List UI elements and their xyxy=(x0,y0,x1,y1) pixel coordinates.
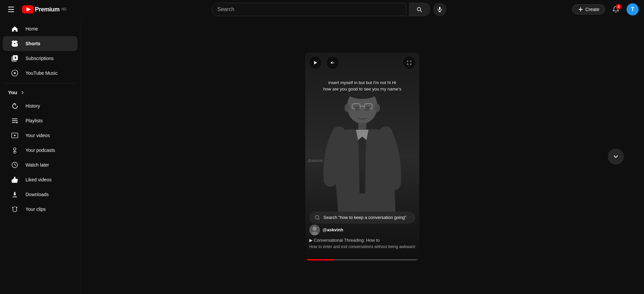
svg-rect-2 xyxy=(439,7,441,10)
sidebar-your-videos-label: Your videos xyxy=(25,133,50,138)
sidebar-item-downloads[interactable]: Downloads xyxy=(3,187,77,202)
avatar-letter: T xyxy=(631,6,634,12)
sidebar-item-playlists[interactable]: Playlists xyxy=(3,113,77,128)
create-button[interactable]: Create xyxy=(572,4,605,14)
sidebar-divider-1 xyxy=(5,83,75,83)
shorts-icon xyxy=(11,40,19,48)
svg-point-9 xyxy=(14,73,15,73)
sidebar-item-home[interactable]: Home xyxy=(3,21,77,36)
svg-point-40 xyxy=(313,227,317,231)
video-controls xyxy=(309,57,339,69)
sidebar-shorts-label: Shorts xyxy=(25,41,40,46)
playlists-icon xyxy=(11,117,19,125)
svg-marker-15 xyxy=(14,134,16,136)
channel-name: @askvinh xyxy=(323,227,343,232)
svg-point-22 xyxy=(16,207,17,208)
svg-rect-29 xyxy=(358,123,366,130)
notifications-button[interactable]: 4 xyxy=(609,3,623,16)
search-input[interactable] xyxy=(217,6,400,12)
subtitle-line1: insert myself in but but I'm not hi Hi xyxy=(319,79,406,86)
sidebar-item-your-podcasts[interactable]: Your podcasts xyxy=(3,143,77,158)
subtitle-line2: how are you good to see you my name's xyxy=(319,86,406,93)
premium-ng-badge: NG xyxy=(62,7,67,11)
fullscreen-button[interactable] xyxy=(403,57,415,69)
svg-point-21 xyxy=(12,207,14,208)
logo-text: Premium xyxy=(35,6,60,13)
your-videos-icon xyxy=(11,131,19,139)
svg-point-31 xyxy=(355,107,360,111)
svg-point-32 xyxy=(365,107,370,111)
search-suggestion-text: Search "how to keep a conversation going… xyxy=(323,215,407,220)
sidebar-watch-later-label: Watch later xyxy=(25,162,49,168)
video-watermark: @askvinh xyxy=(308,159,323,163)
play-button[interactable] xyxy=(309,57,321,69)
sidebar-item-youtube-music[interactable]: YouTube Music xyxy=(3,66,77,80)
svg-marker-13 xyxy=(16,122,18,124)
svg-marker-35 xyxy=(314,61,317,64)
home-icon xyxy=(11,25,19,33)
sidebar-home-label: Home xyxy=(25,26,38,32)
svg-point-33 xyxy=(344,104,350,112)
watch-later-icon xyxy=(11,161,19,169)
downloads-icon xyxy=(11,190,19,198)
svg-point-37 xyxy=(315,216,319,219)
sidebar-history-label: History xyxy=(25,103,40,109)
progress-fill xyxy=(305,259,334,260)
sidebar-clips-label: Your clips xyxy=(25,207,46,212)
sidebar-music-label: YouTube Music xyxy=(25,70,57,76)
header-left: Premium NG xyxy=(5,4,86,15)
svg-point-16 xyxy=(13,148,16,150)
sidebar-liked-label: Liked videos xyxy=(25,177,52,182)
header: Premium NG Create xyxy=(0,0,644,19)
scroll-down-button[interactable] xyxy=(608,149,624,165)
sidebar-item-watch-later[interactable]: Watch later xyxy=(3,158,77,172)
shorts-container: @askvinh xyxy=(80,19,644,294)
main-layout: Home Shorts Subscriptions xyxy=(0,19,644,294)
hamburger-menu-button[interactable] xyxy=(5,4,17,15)
svg-line-38 xyxy=(318,219,319,220)
sidebar-item-shorts[interactable]: Shorts xyxy=(3,36,77,51)
youtube-logo[interactable]: Premium NG xyxy=(22,5,67,13)
video-title: ▶ Conversational Threading: How to xyxy=(309,238,415,243)
history-icon xyxy=(11,102,19,110)
you-section-header[interactable]: You xyxy=(0,86,80,99)
sidebar-item-subscriptions[interactable]: Subscriptions xyxy=(3,51,77,66)
music-icon xyxy=(11,69,19,77)
sidebar-downloads-label: Downloads xyxy=(25,192,49,197)
search-suggestion[interactable]: Search "how to keep a conversation going… xyxy=(309,212,415,224)
search-button[interactable] xyxy=(409,3,430,16)
sidebar-playlists-label: Playlists xyxy=(25,118,43,123)
sidebar-subscriptions-label: Subscriptions xyxy=(25,56,54,61)
mic-button[interactable] xyxy=(433,3,446,16)
svg-point-34 xyxy=(375,104,380,112)
progress-bar[interactable] xyxy=(305,259,419,260)
sidebar-item-your-videos[interactable]: Your videos xyxy=(3,128,77,143)
video-player[interactable]: @askvinh xyxy=(305,53,419,260)
you-label: You xyxy=(8,90,17,95)
sidebar: Home Shorts Subscriptions xyxy=(0,19,80,294)
search-bar xyxy=(212,3,406,16)
notifications-badge: 4 xyxy=(616,4,621,9)
header-center xyxy=(86,3,572,16)
sidebar-podcasts-label: Your podcasts xyxy=(25,148,55,153)
sidebar-item-liked-videos[interactable]: Liked videos xyxy=(3,172,77,187)
channel-avatar[interactable] xyxy=(309,225,320,235)
main-content: @askvinh xyxy=(80,19,644,294)
video-subtitles: insert myself in but but I'm not hi Hi h… xyxy=(319,79,406,93)
sidebar-item-history[interactable]: History xyxy=(3,99,77,113)
volume-button[interactable] xyxy=(327,57,339,69)
youtube-logo-icon xyxy=(22,5,34,13)
video-description: How to enter and exit conversations with… xyxy=(309,244,415,250)
podcasts-icon xyxy=(11,146,19,154)
sidebar-item-your-clips[interactable]: Your clips xyxy=(3,202,77,217)
avatar-button[interactable]: T xyxy=(627,3,639,15)
subscriptions-icon xyxy=(11,54,19,62)
channel-info: @askvinh xyxy=(309,225,343,235)
header-right: Create 4 T xyxy=(572,3,639,16)
create-label: Create xyxy=(585,7,599,12)
svg-marker-36 xyxy=(331,61,332,64)
clips-icon xyxy=(11,205,19,213)
video-title-area: ▶ Conversational Threading: How to How t… xyxy=(309,238,415,250)
liked-videos-icon xyxy=(11,176,19,184)
